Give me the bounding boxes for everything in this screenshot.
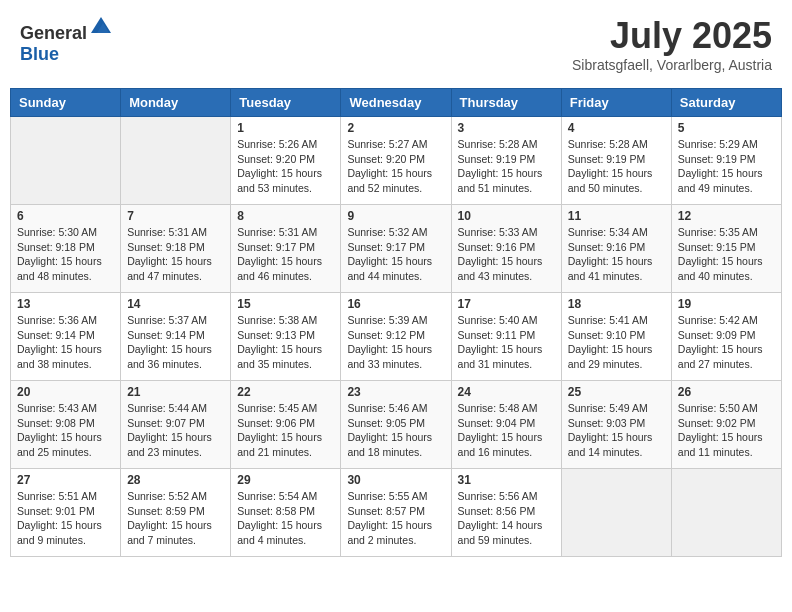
calendar-cell-w4-d5: 24Sunrise: 5:48 AMSunset: 9:04 PMDayligh… bbox=[451, 381, 561, 469]
day-number: 20 bbox=[17, 385, 114, 399]
calendar-cell-w2-d1: 6Sunrise: 5:30 AMSunset: 9:18 PMDaylight… bbox=[11, 205, 121, 293]
calendar-cell-w1-d6: 4Sunrise: 5:28 AMSunset: 9:19 PMDaylight… bbox=[561, 117, 671, 205]
day-number: 6 bbox=[17, 209, 114, 223]
calendar-cell-w1-d4: 2Sunrise: 5:27 AMSunset: 9:20 PMDaylight… bbox=[341, 117, 451, 205]
calendar-cell-w5-d3: 29Sunrise: 5:54 AMSunset: 8:58 PMDayligh… bbox=[231, 469, 341, 557]
day-info: Sunrise: 5:50 AMSunset: 9:02 PMDaylight:… bbox=[678, 401, 775, 460]
calendar-cell-w4-d6: 25Sunrise: 5:49 AMSunset: 9:03 PMDayligh… bbox=[561, 381, 671, 469]
day-number: 4 bbox=[568, 121, 665, 135]
day-info: Sunrise: 5:31 AMSunset: 9:18 PMDaylight:… bbox=[127, 225, 224, 284]
calendar-cell-w5-d1: 27Sunrise: 5:51 AMSunset: 9:01 PMDayligh… bbox=[11, 469, 121, 557]
calendar-cell-w3-d6: 18Sunrise: 5:41 AMSunset: 9:10 PMDayligh… bbox=[561, 293, 671, 381]
calendar-header-row: Sunday Monday Tuesday Wednesday Thursday… bbox=[11, 89, 782, 117]
day-number: 30 bbox=[347, 473, 444, 487]
calendar-cell-w2-d3: 8Sunrise: 5:31 AMSunset: 9:17 PMDaylight… bbox=[231, 205, 341, 293]
calendar-week-5: 27Sunrise: 5:51 AMSunset: 9:01 PMDayligh… bbox=[11, 469, 782, 557]
day-info: Sunrise: 5:36 AMSunset: 9:14 PMDaylight:… bbox=[17, 313, 114, 372]
calendar-cell-w2-d2: 7Sunrise: 5:31 AMSunset: 9:18 PMDaylight… bbox=[121, 205, 231, 293]
day-info: Sunrise: 5:54 AMSunset: 8:58 PMDaylight:… bbox=[237, 489, 334, 548]
day-info: Sunrise: 5:27 AMSunset: 9:20 PMDaylight:… bbox=[347, 137, 444, 196]
calendar-cell-w4-d2: 21Sunrise: 5:44 AMSunset: 9:07 PMDayligh… bbox=[121, 381, 231, 469]
day-number: 11 bbox=[568, 209, 665, 223]
col-tuesday: Tuesday bbox=[231, 89, 341, 117]
calendar-week-4: 20Sunrise: 5:43 AMSunset: 9:08 PMDayligh… bbox=[11, 381, 782, 469]
day-number: 23 bbox=[347, 385, 444, 399]
day-info: Sunrise: 5:42 AMSunset: 9:09 PMDaylight:… bbox=[678, 313, 775, 372]
col-wednesday: Wednesday bbox=[341, 89, 451, 117]
day-info: Sunrise: 5:41 AMSunset: 9:10 PMDaylight:… bbox=[568, 313, 665, 372]
calendar-cell-w3-d4: 16Sunrise: 5:39 AMSunset: 9:12 PMDayligh… bbox=[341, 293, 451, 381]
day-number: 15 bbox=[237, 297, 334, 311]
day-number: 29 bbox=[237, 473, 334, 487]
calendar-cell-w1-d5: 3Sunrise: 5:28 AMSunset: 9:19 PMDaylight… bbox=[451, 117, 561, 205]
day-number: 3 bbox=[458, 121, 555, 135]
day-info: Sunrise: 5:37 AMSunset: 9:14 PMDaylight:… bbox=[127, 313, 224, 372]
day-info: Sunrise: 5:55 AMSunset: 8:57 PMDaylight:… bbox=[347, 489, 444, 548]
day-number: 1 bbox=[237, 121, 334, 135]
calendar-cell-w3-d3: 15Sunrise: 5:38 AMSunset: 9:13 PMDayligh… bbox=[231, 293, 341, 381]
calendar-cell-w3-d5: 17Sunrise: 5:40 AMSunset: 9:11 PMDayligh… bbox=[451, 293, 561, 381]
calendar-cell-w4-d1: 20Sunrise: 5:43 AMSunset: 9:08 PMDayligh… bbox=[11, 381, 121, 469]
day-number: 7 bbox=[127, 209, 224, 223]
day-number: 9 bbox=[347, 209, 444, 223]
day-info: Sunrise: 5:43 AMSunset: 9:08 PMDaylight:… bbox=[17, 401, 114, 460]
day-number: 14 bbox=[127, 297, 224, 311]
calendar-cell-w5-d2: 28Sunrise: 5:52 AMSunset: 8:59 PMDayligh… bbox=[121, 469, 231, 557]
calendar-cell-w1-d7: 5Sunrise: 5:29 AMSunset: 9:19 PMDaylight… bbox=[671, 117, 781, 205]
month-title: July 2025 bbox=[572, 15, 772, 57]
day-number: 24 bbox=[458, 385, 555, 399]
day-number: 26 bbox=[678, 385, 775, 399]
logo: General Blue bbox=[20, 15, 113, 65]
calendar-cell-w5-d4: 30Sunrise: 5:55 AMSunset: 8:57 PMDayligh… bbox=[341, 469, 451, 557]
day-info: Sunrise: 5:51 AMSunset: 9:01 PMDaylight:… bbox=[17, 489, 114, 548]
day-info: Sunrise: 5:40 AMSunset: 9:11 PMDaylight:… bbox=[458, 313, 555, 372]
day-number: 12 bbox=[678, 209, 775, 223]
day-info: Sunrise: 5:56 AMSunset: 8:56 PMDaylight:… bbox=[458, 489, 555, 548]
day-info: Sunrise: 5:35 AMSunset: 9:15 PMDaylight:… bbox=[678, 225, 775, 284]
day-info: Sunrise: 5:30 AMSunset: 9:18 PMDaylight:… bbox=[17, 225, 114, 284]
day-info: Sunrise: 5:28 AMSunset: 9:19 PMDaylight:… bbox=[568, 137, 665, 196]
day-number: 25 bbox=[568, 385, 665, 399]
logo-blue: Blue bbox=[20, 44, 59, 64]
calendar-table: Sunday Monday Tuesday Wednesday Thursday… bbox=[10, 88, 782, 557]
day-info: Sunrise: 5:34 AMSunset: 9:16 PMDaylight:… bbox=[568, 225, 665, 284]
calendar-cell-w3-d1: 13Sunrise: 5:36 AMSunset: 9:14 PMDayligh… bbox=[11, 293, 121, 381]
calendar-week-2: 6Sunrise: 5:30 AMSunset: 9:18 PMDaylight… bbox=[11, 205, 782, 293]
day-info: Sunrise: 5:28 AMSunset: 9:19 PMDaylight:… bbox=[458, 137, 555, 196]
calendar-cell-w4-d4: 23Sunrise: 5:46 AMSunset: 9:05 PMDayligh… bbox=[341, 381, 451, 469]
day-number: 18 bbox=[568, 297, 665, 311]
col-saturday: Saturday bbox=[671, 89, 781, 117]
day-number: 5 bbox=[678, 121, 775, 135]
day-number: 27 bbox=[17, 473, 114, 487]
day-info: Sunrise: 5:26 AMSunset: 9:20 PMDaylight:… bbox=[237, 137, 334, 196]
calendar-cell-w5-d7 bbox=[671, 469, 781, 557]
calendar-cell-w5-d5: 31Sunrise: 5:56 AMSunset: 8:56 PMDayligh… bbox=[451, 469, 561, 557]
calendar-cell-w1-d1 bbox=[11, 117, 121, 205]
calendar-week-1: 1Sunrise: 5:26 AMSunset: 9:20 PMDaylight… bbox=[11, 117, 782, 205]
page-header: General Blue July 2025 Sibratsgfaell, Vo… bbox=[10, 10, 782, 78]
calendar-cell-w2-d4: 9Sunrise: 5:32 AMSunset: 9:17 PMDaylight… bbox=[341, 205, 451, 293]
calendar-cell-w1-d3: 1Sunrise: 5:26 AMSunset: 9:20 PMDaylight… bbox=[231, 117, 341, 205]
col-thursday: Thursday bbox=[451, 89, 561, 117]
day-info: Sunrise: 5:29 AMSunset: 9:19 PMDaylight:… bbox=[678, 137, 775, 196]
calendar-cell-w4-d3: 22Sunrise: 5:45 AMSunset: 9:06 PMDayligh… bbox=[231, 381, 341, 469]
day-number: 13 bbox=[17, 297, 114, 311]
day-number: 17 bbox=[458, 297, 555, 311]
day-number: 22 bbox=[237, 385, 334, 399]
day-info: Sunrise: 5:31 AMSunset: 9:17 PMDaylight:… bbox=[237, 225, 334, 284]
day-info: Sunrise: 5:38 AMSunset: 9:13 PMDaylight:… bbox=[237, 313, 334, 372]
calendar-cell-w3-d7: 19Sunrise: 5:42 AMSunset: 9:09 PMDayligh… bbox=[671, 293, 781, 381]
day-info: Sunrise: 5:48 AMSunset: 9:04 PMDaylight:… bbox=[458, 401, 555, 460]
day-info: Sunrise: 5:32 AMSunset: 9:17 PMDaylight:… bbox=[347, 225, 444, 284]
calendar-cell-w2-d7: 12Sunrise: 5:35 AMSunset: 9:15 PMDayligh… bbox=[671, 205, 781, 293]
day-number: 21 bbox=[127, 385, 224, 399]
title-block: July 2025 Sibratsgfaell, Vorarlberg, Aus… bbox=[572, 15, 772, 73]
calendar-cell-w1-d2 bbox=[121, 117, 231, 205]
day-info: Sunrise: 5:45 AMSunset: 9:06 PMDaylight:… bbox=[237, 401, 334, 460]
day-info: Sunrise: 5:39 AMSunset: 9:12 PMDaylight:… bbox=[347, 313, 444, 372]
day-number: 19 bbox=[678, 297, 775, 311]
day-number: 31 bbox=[458, 473, 555, 487]
day-info: Sunrise: 5:33 AMSunset: 9:16 PMDaylight:… bbox=[458, 225, 555, 284]
logo-icon bbox=[89, 15, 113, 39]
day-number: 28 bbox=[127, 473, 224, 487]
